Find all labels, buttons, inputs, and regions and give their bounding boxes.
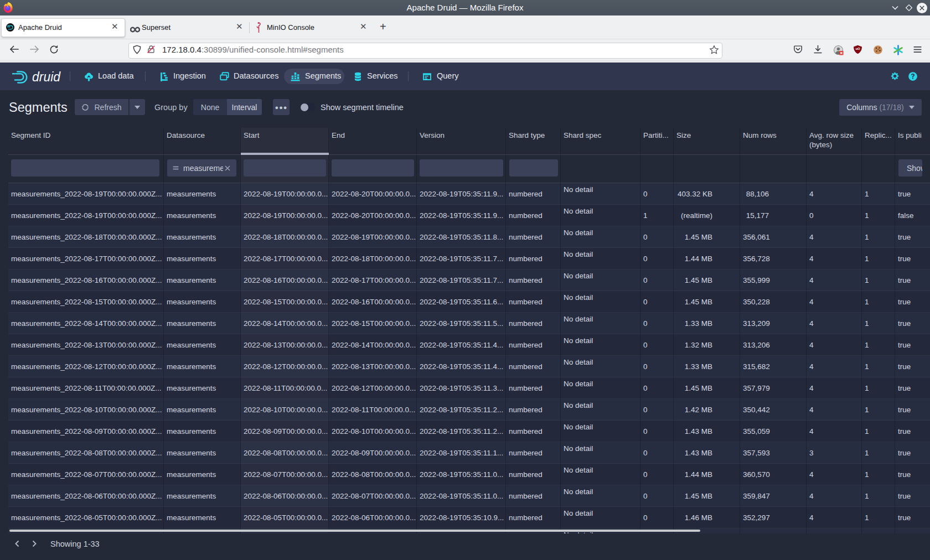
svg-text:uO: uO: [855, 47, 860, 50]
